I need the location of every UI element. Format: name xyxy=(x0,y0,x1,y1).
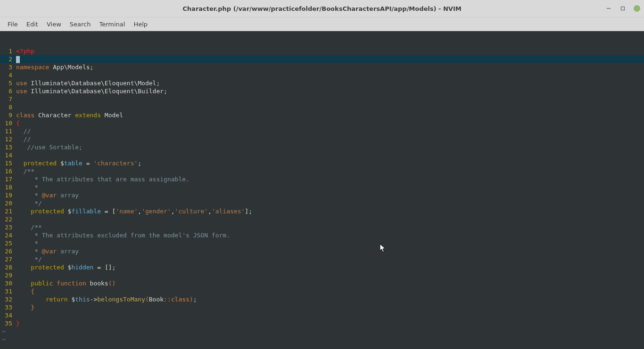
line-number: 31 xyxy=(0,287,14,295)
code-line: 12 // xyxy=(0,135,644,143)
line-number: 32 xyxy=(0,295,14,303)
code-line: 19 * @var array xyxy=(0,191,644,199)
code-line: 25 * xyxy=(0,239,644,247)
line-number: 17 xyxy=(0,175,14,183)
line-number: 19 xyxy=(0,191,14,199)
code-line: 28 protected $hidden = []; xyxy=(0,263,644,271)
code-line: 18 * xyxy=(0,183,644,191)
code-line-current: 2 xyxy=(0,55,644,63)
editor-area[interactable]: 1<?php 2 3namespace App\Models; 4 5use I… xyxy=(0,31,644,349)
menu-view[interactable]: View xyxy=(43,19,65,30)
empty-line: ~ xyxy=(0,327,644,335)
code-line: 26 * @var array xyxy=(0,247,644,255)
line-number: 25 xyxy=(0,239,14,247)
code-line: 1<?php xyxy=(0,47,644,55)
line-number: 13 xyxy=(0,143,14,151)
code-line: 6use Illuminate\Database\Eloquent\Builde… xyxy=(0,87,644,95)
line-number: 8 xyxy=(0,103,14,111)
line-number: 20 xyxy=(0,199,14,207)
line-number: 24 xyxy=(0,231,14,239)
code-line: 17 * The attributes that are mass assign… xyxy=(0,175,644,183)
minimize-button[interactable] xyxy=(605,5,612,12)
line-number: 16 xyxy=(0,167,14,175)
close-button[interactable] xyxy=(634,5,640,12)
code-line: 7 xyxy=(0,95,644,103)
code-line: 22 xyxy=(0,215,644,223)
menubar: File Edit View Search Terminal Help xyxy=(0,17,644,31)
menu-terminal[interactable]: Terminal xyxy=(95,19,129,30)
line-number: 34 xyxy=(0,311,14,319)
line-number: 27 xyxy=(0,255,14,263)
empty-line: ~ xyxy=(0,335,644,343)
line-number: 3 xyxy=(0,63,14,71)
window-controls xyxy=(605,0,640,17)
code-line: 35} xyxy=(0,319,644,327)
line-number: 6 xyxy=(0,87,14,95)
code-line: 16 /** xyxy=(0,167,644,175)
line-number: 35 xyxy=(0,319,14,327)
code-line: 21 protected $fillable = ['name','gender… xyxy=(0,207,644,215)
code-line: 32 return $this->belongsToMany(Book::cla… xyxy=(0,295,644,303)
code-line: 4 xyxy=(0,71,644,79)
code-line: 15 protected $table = 'characters'; xyxy=(0,159,644,167)
line-number: 21 xyxy=(0,207,14,215)
text-cursor xyxy=(16,56,20,63)
code-line: 3namespace App\Models; xyxy=(0,63,644,71)
line-number: 33 xyxy=(0,303,14,311)
code-line: 8 xyxy=(0,103,644,111)
line-number: 1 xyxy=(0,47,14,55)
menu-file[interactable]: File xyxy=(4,19,22,30)
code-line: 5use Illuminate\Database\Eloquent\Model; xyxy=(0,79,644,87)
window-titlebar: Character.php (/var/www/practicefolder/B… xyxy=(0,0,644,17)
code-line: 23 /** xyxy=(0,223,644,231)
line-number: 10 xyxy=(0,119,14,127)
code-line: 13 //use Sortable; xyxy=(0,143,644,151)
code-line: 30 public function books() xyxy=(0,279,644,287)
menu-help[interactable]: Help xyxy=(130,19,151,30)
code-line: 14 xyxy=(0,151,644,159)
line-number: 14 xyxy=(0,151,14,159)
code-line: 27 */ xyxy=(0,255,644,263)
line-number: 9 xyxy=(0,111,14,119)
line-number: 28 xyxy=(0,263,14,271)
menu-edit[interactable]: Edit xyxy=(23,19,42,30)
line-number: 23 xyxy=(0,223,14,231)
code-line: 9class Character extends Model xyxy=(0,111,644,119)
code-area: 1<?php 2 3namespace App\Models; 4 5use I… xyxy=(0,47,644,343)
line-number: 18 xyxy=(0,183,14,191)
line-number: 7 xyxy=(0,95,14,103)
line-number: 22 xyxy=(0,215,14,223)
line-number: 15 xyxy=(0,159,14,167)
svg-rect-1 xyxy=(621,7,625,10)
code-line: 10{ xyxy=(0,119,644,127)
line-number: 26 xyxy=(0,247,14,255)
line-number: 4 xyxy=(0,71,14,79)
code-line: 33 } xyxy=(0,303,644,311)
code-line: 31 { xyxy=(0,287,644,295)
code-line: 29 xyxy=(0,271,644,279)
line-number: 5 xyxy=(0,79,14,87)
line-number: 29 xyxy=(0,271,14,279)
line-number: 12 xyxy=(0,135,14,143)
code-line: 34 xyxy=(0,311,644,319)
line-number: 30 xyxy=(0,279,14,287)
line-number: 2 xyxy=(0,55,14,63)
code-line: 24 * The attributes excluded from the mo… xyxy=(0,231,644,239)
code-line: 20 */ xyxy=(0,199,644,207)
tilde-marker: ~ xyxy=(0,327,6,335)
code-line: 11 // xyxy=(0,127,644,135)
window-title: Character.php (/var/www/practicefolder/B… xyxy=(182,5,461,12)
tilde-marker: ~ xyxy=(0,335,6,343)
menu-search[interactable]: Search xyxy=(66,19,95,30)
line-number: 11 xyxy=(0,127,14,135)
maximize-button[interactable] xyxy=(619,5,626,12)
